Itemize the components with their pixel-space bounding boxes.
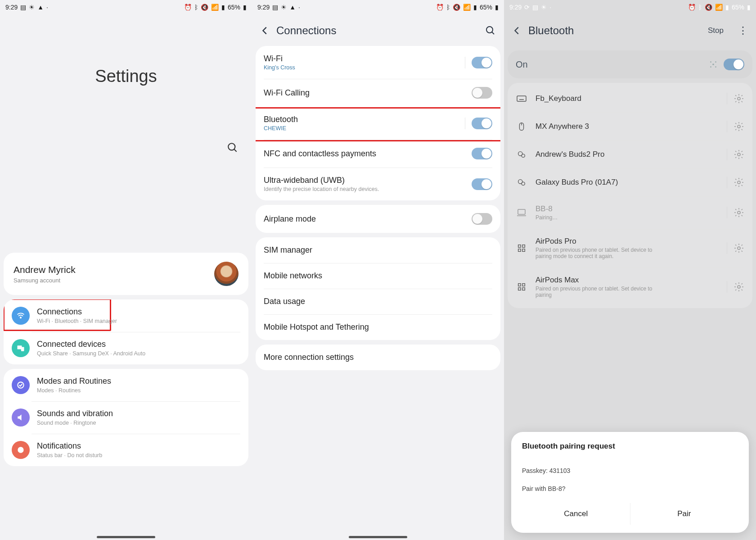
connections-screen: 9:29 ▤ ☀ ▲ · ⏰ ᛒ 🔇 📶 ▮ 65% ▮ Connections… <box>252 0 504 540</box>
device-sub: Paired on previous phone or tablet. Set … <box>536 247 652 259</box>
conn-row-more[interactable]: More connection settings <box>256 345 500 370</box>
alarm-icon: ⏰ <box>688 4 696 11</box>
bt-device-row[interactable]: Galaxy Buds Pro (01A7) <box>508 168 752 196</box>
grid-icon <box>516 242 527 254</box>
wifi-toggle[interactable] <box>472 57 492 68</box>
conn-row-uwb[interactable]: Ultra-wideband (UWB) Identify the precis… <box>256 168 500 200</box>
device-name: AirPods Pro <box>536 237 720 246</box>
connections-group-1: Wi-Fi King's Cross Wi-Fi Calling Bluetoo… <box>256 46 500 200</box>
connections-group-3: SIM manager Mobile networks Data usage M… <box>256 237 500 340</box>
row-sub: King's Cross <box>264 64 461 71</box>
row-title: Mobile networks <box>264 271 322 281</box>
conn-row-bluetooth[interactable]: Bluetooth CHEWIE <box>256 107 500 140</box>
gesture-bar <box>97 536 155 538</box>
gear-icon[interactable] <box>734 93 744 104</box>
more-menu-button[interactable]: ⋮ <box>738 25 748 36</box>
bt-device-row[interactable]: Fb_Keyboard <box>508 85 752 113</box>
wifi-calling-toggle[interactable] <box>472 87 492 99</box>
conn-row-hotspot[interactable]: Mobile Hotspot and Tethering <box>256 314 500 340</box>
row-title: NFC and contactless payments <box>264 149 472 159</box>
back-button[interactable] <box>512 26 522 36</box>
bt-device-row[interactable]: MX Anywhere 3 <box>508 113 752 141</box>
search-button[interactable] <box>227 142 238 154</box>
bluetooth-on-card[interactable]: On <box>508 50 752 78</box>
svg-point-32 <box>738 211 740 214</box>
device-name: Fb_Keyboard <box>536 94 720 103</box>
row-title: Ultra-wideband (UWB) <box>264 176 472 185</box>
keyboard-icon <box>516 93 527 104</box>
gear-icon[interactable] <box>734 281 744 292</box>
gear-icon[interactable] <box>734 149 744 160</box>
svg-point-13 <box>715 66 716 68</box>
airplane-toggle[interactable] <box>472 213 492 225</box>
sound-icon <box>12 408 30 427</box>
bluetooth-master-toggle[interactable] <box>724 59 744 70</box>
bt-device-row[interactable]: AirPods Pro Paired on previous phone or … <box>508 229 752 268</box>
mouse-icon <box>516 121 527 132</box>
battery-icon: ▮ <box>495 4 499 11</box>
gear-icon[interactable] <box>734 177 744 188</box>
svg-point-7 <box>486 27 493 33</box>
svg-point-37 <box>738 247 740 250</box>
avatar[interactable] <box>214 262 238 286</box>
svg-point-9 <box>712 64 714 65</box>
mute-icon: 🔇 <box>201 4 208 11</box>
back-button[interactable] <box>260 26 270 36</box>
device-sub: Pairing… <box>536 214 652 221</box>
settings-row-connected-devices[interactable]: Connected devices Quick Share · Samsung … <box>4 332 248 364</box>
brightness-icon: ☀ <box>541 4 547 11</box>
settings-row-notifications[interactable]: Notifications Status bar · Do not distur… <box>4 434 248 466</box>
device-name: Galaxy Buds Pro (01A7) <box>536 178 720 187</box>
nfc-toggle[interactable] <box>472 148 492 159</box>
grid-icon <box>516 281 527 293</box>
svg-point-0 <box>228 143 235 150</box>
settings-row-sounds[interactable]: Sounds and vibration Sound mode · Ringto… <box>4 401 248 434</box>
svg-point-25 <box>522 154 525 157</box>
svg-rect-14 <box>517 96 526 101</box>
gear-icon[interactable] <box>734 243 744 254</box>
conn-row-wifi-calling[interactable]: Wi-Fi Calling <box>256 79 500 107</box>
bt-device-row[interactable]: AirPods Max Paired on previous phone or … <box>508 268 752 306</box>
row-title: Wi-Fi <box>264 54 461 64</box>
signal-icon: ▮ <box>725 4 729 11</box>
bluetooth-icon: ᛒ <box>698 4 702 11</box>
header: Bluetooth Stop ⋮ <box>504 13 756 46</box>
bt-device-row[interactable]: BB-8 Pairing… <box>508 196 752 229</box>
conn-row-airplane[interactable]: Airplane mode <box>256 205 500 233</box>
row-title: Connections <box>37 307 240 317</box>
bluetooth-icon: ᛒ <box>446 4 450 11</box>
battery-icon: ▮ <box>747 4 751 11</box>
settings-row-modes[interactable]: Modes and Routines Modes · Routines <box>4 369 248 401</box>
battery-pct: 65% <box>732 4 744 11</box>
settings-row-connections[interactable]: Connections Wi-Fi · Bluetooth · SIM mana… <box>4 299 248 332</box>
wifi-icon <box>12 307 30 325</box>
uwb-toggle[interactable] <box>472 178 492 190</box>
svg-point-6 <box>18 447 23 453</box>
account-card[interactable]: Andrew Myrick Samsung account <box>4 253 248 295</box>
cancel-button[interactable]: Cancel <box>522 503 630 525</box>
row-title: More connection settings <box>264 353 354 362</box>
search-button[interactable] <box>485 25 496 36</box>
row-sub: Wi-Fi · Bluetooth · SIM manager <box>37 318 240 324</box>
send-icon: ▲ <box>37 4 44 11</box>
bt-device-row[interactable]: Andrew's Buds2 Pro <box>508 141 752 168</box>
row-sub: Status bar · Do not disturb <box>37 452 240 458</box>
dialog-title: Bluetooth pairing request <box>522 442 738 451</box>
dialog-passkey: Passkey: 431103 <box>522 467 738 474</box>
conn-row-nfc[interactable]: NFC and contactless payments <box>256 140 500 168</box>
row-title: Data usage <box>264 297 305 306</box>
conn-row-data-usage[interactable]: Data usage <box>256 289 500 314</box>
svg-rect-34 <box>522 245 525 248</box>
pair-button[interactable]: Pair <box>630 503 738 525</box>
stop-button[interactable]: Stop <box>708 26 724 35</box>
settings-screen: 9:29 ▤ ☀ ▲ · ⏰ ᛒ 🔇 📶 ▮ 65% ▮ Settings An… <box>0 0 252 540</box>
status-bar: 9:29 ⟳ ▤ ☀ · ⏰ ᛒ 🔇 📶 ▮ 65% ▮ <box>504 0 756 13</box>
gear-icon[interactable] <box>734 121 744 132</box>
conn-row-wifi[interactable]: Wi-Fi King's Cross <box>256 46 500 79</box>
conn-row-mobile-networks[interactable]: Mobile networks <box>256 263 500 289</box>
dot-icon: · <box>549 4 551 11</box>
page-title: Settings <box>0 67 252 86</box>
conn-row-sim[interactable]: SIM manager <box>256 237 500 263</box>
gear-icon[interactable] <box>734 207 744 218</box>
bluetooth-toggle[interactable] <box>472 118 492 129</box>
